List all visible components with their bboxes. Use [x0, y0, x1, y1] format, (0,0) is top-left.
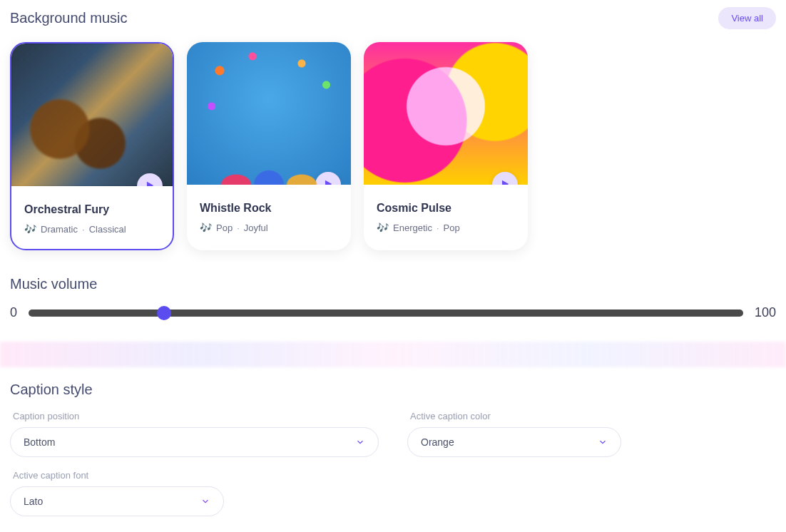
play-button[interactable]	[492, 172, 518, 185]
volume-min-label: 0	[10, 305, 17, 320]
section-divider	[0, 342, 786, 367]
music-card[interactable]: Whistle Rock 🎶 Pop · Joyful	[187, 42, 351, 250]
play-icon	[500, 179, 510, 185]
music-card-art	[364, 42, 528, 185]
music-card-art	[187, 42, 351, 185]
music-notes-icon: 🎶	[377, 222, 389, 233]
caption-position-label: Caption position	[10, 411, 379, 421]
volume-slider-thumb[interactable]	[157, 306, 171, 320]
dot-separator: ·	[237, 222, 240, 233]
play-icon	[323, 179, 333, 185]
play-icon	[145, 180, 155, 187]
caption-position-select[interactable]: Bottom	[10, 427, 379, 457]
caption-style-heading: Caption style	[10, 382, 776, 398]
music-card-tag: Energetic	[393, 222, 432, 233]
play-button[interactable]	[137, 173, 163, 186]
music-card-row: Orchestral Fury 🎶 Dramatic · Classical W…	[10, 42, 776, 250]
music-card-tag: Joyful	[244, 222, 268, 233]
music-card-title: Whistle Rock	[200, 202, 338, 215]
music-card-tag: Pop	[216, 222, 233, 233]
music-card-tag: Classical	[89, 224, 126, 235]
music-card[interactable]: Cosmic Pulse 🎶 Energetic · Pop	[364, 42, 528, 250]
select-value: Lato	[24, 496, 43, 507]
music-card-tag: Dramatic	[41, 224, 78, 235]
volume-slider[interactable]	[29, 310, 743, 317]
active-caption-font-select[interactable]: Lato	[10, 486, 224, 516]
background-music-heading: Background music	[10, 10, 128, 26]
volume-max-label: 100	[755, 305, 776, 320]
music-card-tag: Pop	[444, 222, 460, 233]
music-card-title: Cosmic Pulse	[377, 202, 515, 215]
music-notes-icon: 🎶	[200, 222, 212, 233]
chevron-down-icon	[200, 496, 210, 506]
music-card-title: Orchestral Fury	[24, 203, 160, 216]
select-value: Bottom	[24, 436, 55, 448]
music-card[interactable]: Orchestral Fury 🎶 Dramatic · Classical	[10, 42, 174, 250]
active-caption-color-select[interactable]: Orange	[407, 427, 621, 457]
active-caption-font-label: Active caption font	[10, 470, 379, 481]
active-caption-color-label: Active caption color	[407, 411, 776, 421]
dot-separator: ·	[82, 224, 85, 235]
dot-separator: ·	[437, 222, 439, 233]
select-value: Orange	[421, 436, 454, 448]
play-button[interactable]	[315, 172, 341, 185]
view-all-button[interactable]: View all	[718, 7, 776, 29]
music-notes-icon: 🎶	[24, 223, 36, 235]
music-card-art	[11, 44, 173, 186]
music-volume-heading: Music volume	[10, 276, 776, 292]
chevron-down-icon	[355, 437, 365, 447]
chevron-down-icon	[598, 437, 608, 447]
